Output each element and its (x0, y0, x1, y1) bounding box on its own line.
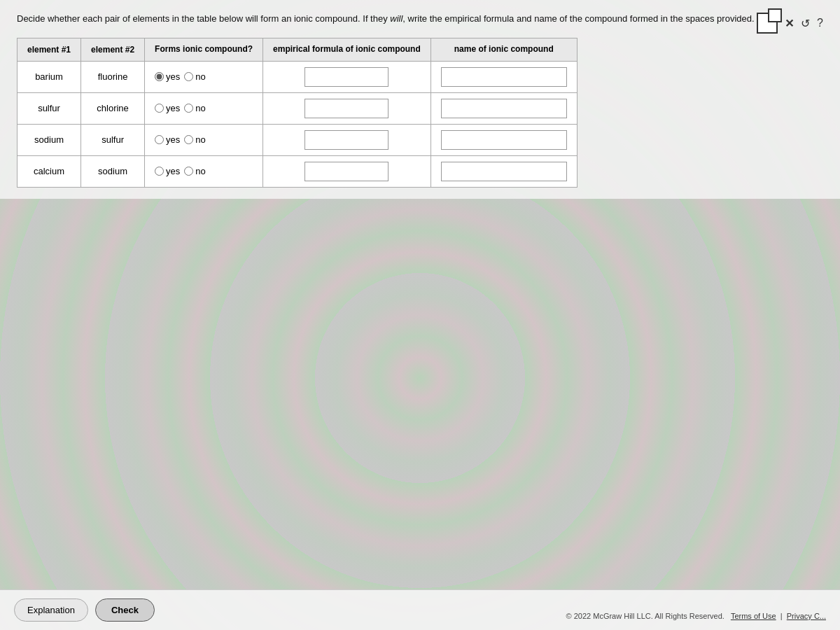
table-row: sulfur chlorine yes no (18, 92, 578, 124)
radio-no-input-row3[interactable] (184, 135, 193, 144)
checkbox-icon (757, 13, 778, 34)
radio-yes-label-row3: yes (166, 134, 180, 145)
table-row: barium fluorine yes no (18, 61, 578, 92)
element1-barium: barium (18, 61, 81, 92)
radio-no-row2[interactable]: no (184, 103, 205, 113)
radio-yes-input-row2[interactable] (155, 104, 164, 113)
name-cell-row4[interactable] (430, 155, 577, 187)
compound-table: element #1 element #2 Forms ionic compou… (17, 38, 578, 188)
table-row: calcium sodium yes no (18, 155, 578, 187)
radio-no-row3[interactable]: no (184, 134, 205, 145)
name-input-row1[interactable] (441, 67, 567, 87)
element1-sulfur: sulfur (18, 92, 81, 124)
formula-cell-row2[interactable] (263, 92, 431, 124)
element2-fluorine: fluorine (81, 61, 145, 92)
element1-calcium: calcium (18, 155, 81, 187)
compound-table-wrapper: element #1 element #2 Forms ionic compou… (17, 38, 823, 188)
privacy-link[interactable]: Privacy C... (787, 612, 826, 620)
name-cell-row1[interactable] (430, 61, 577, 92)
close-icon[interactable]: ✕ (785, 17, 794, 30)
col-header-forms-ionic: Forms ionic compound? (145, 38, 263, 62)
radio-no-label-row4: no (195, 166, 205, 176)
name-cell-row3[interactable] (430, 124, 577, 155)
radio-yes-input-row4[interactable] (155, 167, 164, 176)
radio-no-row1[interactable]: no (184, 71, 205, 82)
col-header-element2: element #2 (81, 38, 145, 62)
table-row: sodium sulfur yes no (18, 124, 578, 155)
formula-input-row4[interactable] (304, 162, 388, 181)
footer-text: © 2022 McGraw Hill LLC. All Rights Reser… (566, 612, 826, 620)
radio-yes-row4[interactable]: yes (155, 166, 180, 176)
radio-yes-row1[interactable]: yes (155, 71, 180, 82)
radio-cell-row3[interactable]: yes no (145, 124, 263, 155)
formula-input-row1[interactable] (304, 67, 388, 87)
radio-cell-row2[interactable]: yes no (145, 92, 263, 124)
formula-input-row3[interactable] (304, 130, 388, 150)
radio-yes-input-row3[interactable] (155, 135, 164, 144)
name-input-row2[interactable] (441, 99, 567, 118)
radio-yes-label-row4: yes (166, 166, 180, 176)
radio-no-label-row1: no (195, 71, 205, 82)
radio-cell-row4[interactable]: yes no (145, 155, 263, 187)
formula-cell-row3[interactable] (263, 124, 431, 155)
radio-yes-label-row2: yes (166, 103, 180, 113)
element2-sulfur: sulfur (81, 124, 145, 155)
name-input-row4[interactable] (441, 162, 567, 181)
terms-link[interactable]: Terms of Use (731, 612, 776, 620)
radio-yes-row2[interactable]: yes (155, 103, 180, 113)
instructions-text: Decide whether each pair of elements in … (17, 13, 823, 25)
explanation-button[interactable]: Explanation (14, 598, 88, 622)
radio-no-label-row2: no (195, 103, 205, 113)
col-header-element1: element #1 (18, 38, 81, 62)
radio-yes-label-row1: yes (166, 71, 180, 82)
radio-no-row4[interactable]: no (184, 166, 205, 176)
formula-cell-row1[interactable] (263, 61, 431, 92)
radio-no-input-row4[interactable] (184, 167, 193, 176)
copyright-text: © 2022 McGraw Hill LLC. All Rights Reser… (566, 612, 724, 620)
bottom-bar: Explanation Check © 2022 McGraw Hill LLC… (0, 589, 840, 630)
radio-no-input-row2[interactable] (184, 104, 193, 113)
name-cell-row2[interactable] (430, 92, 577, 124)
formula-cell-row4[interactable] (263, 155, 431, 187)
element1-sodium: sodium (18, 124, 81, 155)
radio-cell-row1[interactable]: yes no (145, 61, 263, 92)
radio-yes-row3[interactable]: yes (155, 134, 180, 145)
radio-no-input-row1[interactable] (184, 72, 193, 81)
check-button[interactable]: Check (95, 598, 155, 622)
help-icon[interactable]: ? (817, 17, 823, 29)
element2-sodium: sodium (81, 155, 145, 187)
checkbox-small (768, 8, 782, 22)
formula-input-row2[interactable] (304, 99, 388, 118)
main-content: Decide whether each pair of elements in … (0, 0, 840, 199)
col-header-empirical-formula: empirical formula of ionic compound (263, 38, 431, 62)
name-input-row3[interactable] (441, 130, 567, 150)
radio-no-label-row3: no (195, 134, 205, 145)
icon-area: ✕ ↺ ? (757, 13, 823, 34)
radio-yes-input-row1[interactable] (155, 72, 164, 81)
undo-icon[interactable]: ↺ (801, 17, 810, 30)
element2-chlorine: chlorine (81, 92, 145, 124)
col-header-name: name of ionic compound (430, 38, 577, 62)
